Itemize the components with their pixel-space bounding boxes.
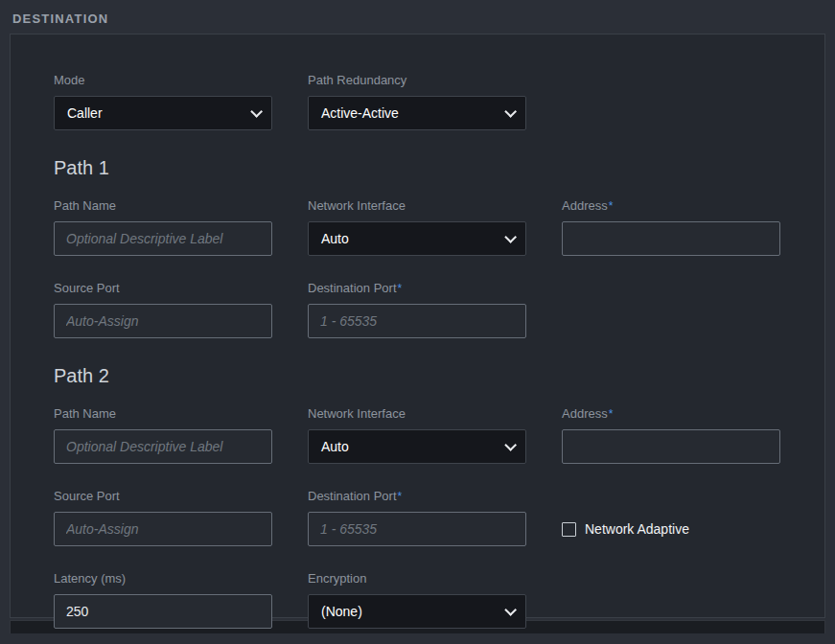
network-adaptive-field: Network Adaptive bbox=[562, 512, 780, 546]
required-asterisk: * bbox=[609, 199, 614, 213]
path2-destination-port-field: Destination Port* bbox=[308, 489, 526, 546]
destination-section-header: DESTINATION bbox=[0, 0, 835, 34]
path2-heading: Path 2 bbox=[54, 365, 780, 387]
path1-network-interface-select[interactable]: Auto bbox=[308, 221, 526, 256]
path1-destination-port-input[interactable] bbox=[308, 304, 526, 338]
path1-address-label: Address bbox=[562, 198, 608, 213]
path2-path-name-field: Path Name bbox=[54, 406, 272, 464]
path2-source-port-label: Source Port bbox=[54, 489, 272, 504]
path1-destination-port-field: Destination Port* bbox=[308, 281, 526, 338]
network-adaptive-checkbox[interactable] bbox=[562, 522, 576, 537]
chevron-down-icon bbox=[504, 231, 517, 243]
path2-source-port-input[interactable] bbox=[54, 512, 272, 546]
path2-destination-port-label: Destination Port bbox=[308, 489, 397, 503]
network-adaptive-label: Network Adaptive bbox=[585, 521, 689, 537]
path2-network-interface-selected-value: Auto bbox=[321, 439, 349, 454]
encryption-label: Encryption bbox=[308, 571, 526, 586]
path2-network-interface-select[interactable]: Auto bbox=[308, 429, 526, 464]
mode-field: Mode Caller bbox=[54, 73, 272, 130]
path1-address-input[interactable] bbox=[562, 221, 780, 256]
path2-network-interface-label: Network Interface bbox=[308, 406, 526, 422]
path1-path-name-field: Path Name bbox=[54, 198, 272, 256]
encryption-select[interactable]: (None) bbox=[308, 594, 526, 629]
path1-source-port-input[interactable] bbox=[54, 304, 272, 338]
path2-source-port-field: Source Port bbox=[54, 489, 272, 546]
path1-source-port-label: Source Port bbox=[54, 281, 272, 296]
path1-source-port-field: Source Port bbox=[54, 281, 272, 338]
path1-heading: Path 1 bbox=[54, 157, 780, 179]
required-asterisk: * bbox=[398, 282, 403, 295]
path-redundancy-field: Path Redundancy Active-Active bbox=[308, 73, 526, 130]
path-redundancy-selected-value: Active-Active bbox=[321, 105, 399, 121]
path2-network-interface-field: Network Interface Auto bbox=[308, 406, 526, 464]
mode-selected-value: Caller bbox=[67, 105, 103, 121]
path2-address-label: Address bbox=[562, 406, 608, 421]
required-asterisk: * bbox=[609, 407, 614, 421]
path1-address-field: Address* bbox=[562, 198, 780, 256]
page-title: DESTINATION bbox=[12, 12, 823, 26]
mode-select[interactable]: Caller bbox=[54, 96, 272, 130]
path1-network-interface-selected-value: Auto bbox=[321, 231, 349, 246]
path1-path-name-label: Path Name bbox=[54, 198, 272, 214]
path1-network-interface-label: Network Interface bbox=[308, 198, 526, 214]
path1-network-interface-field: Network Interface Auto bbox=[308, 198, 526, 256]
path-redundancy-select[interactable]: Active-Active bbox=[308, 96, 526, 130]
destination-panel: Mode Caller Path Redundancy Active-Activ… bbox=[10, 34, 825, 618]
path2-destination-port-input[interactable] bbox=[308, 512, 526, 546]
path2-address-input[interactable] bbox=[562, 429, 780, 464]
encryption-selected-value: (None) bbox=[321, 604, 362, 619]
required-asterisk: * bbox=[398, 490, 403, 503]
path2-path-name-input[interactable] bbox=[54, 429, 272, 464]
chevron-down-icon bbox=[504, 604, 517, 616]
path-redundancy-label: Path Redundancy bbox=[308, 73, 526, 88]
path1-path-name-input[interactable] bbox=[54, 221, 272, 256]
path2-address-field: Address* bbox=[562, 406, 780, 464]
latency-input[interactable] bbox=[54, 594, 272, 629]
mode-label: Mode bbox=[54, 73, 272, 88]
encryption-field: Encryption (None) bbox=[308, 571, 526, 629]
path2-path-name-label: Path Name bbox=[54, 406, 272, 422]
latency-field: Latency (ms) bbox=[54, 571, 272, 629]
latency-label: Latency (ms) bbox=[54, 571, 272, 586]
path1-destination-port-label: Destination Port bbox=[308, 281, 397, 295]
chevron-down-icon bbox=[250, 105, 263, 118]
destination-form: Mode Caller Path Redundancy Active-Activ… bbox=[54, 73, 781, 644]
chevron-down-icon bbox=[504, 105, 517, 118]
chevron-down-icon bbox=[504, 439, 517, 451]
